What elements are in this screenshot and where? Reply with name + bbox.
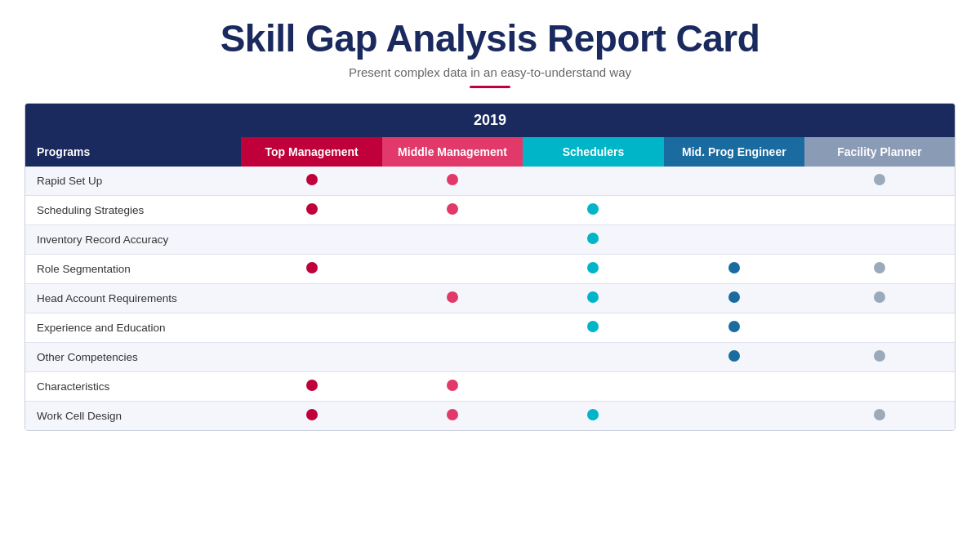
dot-cell-schedulers: [523, 255, 663, 284]
dot-cell-facility: [804, 196, 955, 225]
dot-cell-mid_prog: [664, 255, 804, 284]
dot-indicator: [874, 409, 885, 420]
th-mid-prog-engineer: Mid. Prog Engineer: [664, 137, 804, 167]
th-schedulers: Schedulers: [523, 137, 663, 167]
dot-cell-schedulers: [523, 225, 663, 255]
dot-cell-mid_prog: [664, 372, 804, 402]
dot-cell-mid_mgmt: [382, 313, 523, 343]
program-name: Other Competencies: [25, 343, 241, 372]
dot-indicator: [306, 174, 318, 185]
th-middle-management: Middle Management: [382, 137, 523, 167]
dot-indicator: [447, 380, 458, 391]
table-row: Characteristics: [25, 372, 955, 402]
year-cell: 2019: [25, 104, 955, 137]
program-name: Head Account Requirements: [25, 284, 241, 313]
dot-cell-top_mgmt: [241, 402, 381, 431]
dot-cell-schedulers: [523, 284, 663, 313]
table-row: Inventory Record Accuracy: [25, 225, 955, 255]
dot-indicator: [874, 350, 885, 362]
dot-cell-mid_mgmt: [382, 343, 523, 372]
dot-cell-mid_prog: [664, 313, 804, 343]
dot-cell-facility: [804, 402, 955, 431]
table-row: Head Account Requirements: [25, 284, 955, 313]
dot-indicator: [306, 409, 318, 420]
dot-cell-mid_prog: [664, 225, 804, 255]
page-title: Skill Gap Analysis Report Card: [220, 16, 760, 60]
dot-cell-schedulers: [523, 313, 663, 343]
program-name: Inventory Record Accuracy: [25, 225, 241, 255]
table-row: Work Cell Design: [25, 402, 955, 431]
dot-cell-top_mgmt: [241, 255, 381, 284]
dot-indicator: [587, 291, 599, 303]
dot-indicator: [874, 262, 885, 273]
dot-cell-mid_prog: [664, 167, 804, 196]
table-row: Role Segmentation: [25, 255, 955, 284]
dot-cell-top_mgmt: [241, 372, 381, 402]
dot-cell-facility: [804, 255, 955, 284]
dot-indicator: [447, 409, 458, 420]
dot-cell-mid_mgmt: [382, 402, 523, 431]
dot-indicator: [587, 233, 599, 244]
dot-indicator: [587, 203, 599, 215]
table-row: Experience and Education: [25, 313, 955, 343]
table-row: Scheduling Strategies: [25, 196, 955, 225]
program-name: Work Cell Design: [25, 402, 241, 431]
dot-cell-schedulers: [523, 196, 663, 225]
skill-gap-table: 2019 Programs Top Management Middle Mana…: [25, 104, 955, 430]
dot-cell-mid_mgmt: [382, 167, 523, 196]
dot-indicator: [728, 321, 740, 332]
dot-indicator: [728, 291, 740, 303]
dot-cell-facility: [804, 225, 955, 255]
dot-cell-facility: [804, 372, 955, 402]
dot-cell-top_mgmt: [241, 196, 381, 225]
dot-indicator: [874, 291, 885, 303]
dot-cell-schedulers: [523, 402, 663, 431]
dot-cell-facility: [804, 313, 955, 343]
dot-cell-facility: [804, 343, 955, 372]
table-row: Other Competencies: [25, 343, 955, 372]
th-facility-planner: Facility Planner: [804, 137, 955, 167]
dot-indicator: [587, 321, 599, 332]
dot-indicator: [728, 350, 740, 362]
dot-cell-top_mgmt: [241, 284, 381, 313]
dot-cell-top_mgmt: [241, 343, 381, 372]
dot-cell-schedulers: [523, 372, 663, 402]
page-subtitle: Present complex data in an easy-to-under…: [349, 65, 631, 79]
th-programs: Programs: [25, 137, 241, 167]
table-body: Rapid Set UpScheduling StrategiesInvento…: [25, 167, 955, 430]
dot-cell-facility: [804, 284, 955, 313]
table-row: Rapid Set Up: [25, 167, 955, 196]
program-name: Rapid Set Up: [25, 167, 241, 196]
dot-indicator: [874, 174, 885, 185]
dot-cell-mid_prog: [664, 343, 804, 372]
dot-cell-mid_mgmt: [382, 255, 523, 284]
dot-cell-mid_mgmt: [382, 372, 523, 402]
program-name: Scheduling Strategies: [25, 196, 241, 225]
dot-indicator: [587, 262, 599, 273]
dot-indicator: [728, 262, 740, 273]
year-row: 2019: [25, 104, 955, 137]
dot-cell-schedulers: [523, 343, 663, 372]
th-top-management: Top Management: [241, 137, 381, 167]
dot-indicator: [306, 380, 318, 391]
dot-cell-mid_prog: [664, 196, 804, 225]
dot-indicator: [306, 262, 318, 273]
header-row: Programs Top Management Middle Managemen…: [25, 137, 955, 167]
dot-indicator: [447, 203, 458, 215]
dot-indicator: [587, 409, 599, 420]
dot-cell-mid_mgmt: [382, 225, 523, 255]
dot-cell-facility: [804, 167, 955, 196]
dot-indicator: [447, 174, 458, 185]
dot-cell-top_mgmt: [241, 225, 381, 255]
dot-cell-mid_mgmt: [382, 196, 523, 225]
dot-cell-mid_mgmt: [382, 284, 523, 313]
main-table-container: 2019 Programs Top Management Middle Mana…: [24, 103, 956, 431]
program-name: Role Segmentation: [25, 255, 241, 284]
dot-cell-top_mgmt: [241, 313, 381, 343]
dot-indicator: [447, 291, 458, 303]
program-name: Characteristics: [25, 372, 241, 402]
dot-cell-top_mgmt: [241, 167, 381, 196]
dot-cell-schedulers: [523, 167, 663, 196]
program-name: Experience and Education: [25, 313, 241, 343]
dot-cell-mid_prog: [664, 284, 804, 313]
